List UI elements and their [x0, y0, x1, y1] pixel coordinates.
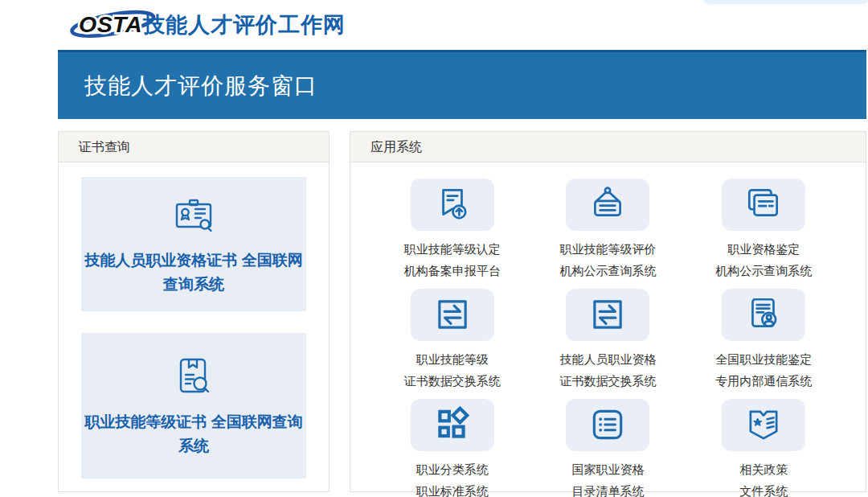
banner-title: 技能人才评价服务窗口: [58, 71, 317, 101]
hanging-sign-icon: [566, 179, 649, 231]
service-banner: 技能人才评价服务窗口: [58, 50, 866, 119]
osta-logo-text: OSTA: [79, 11, 142, 37]
data-exchange-icon: [411, 289, 494, 341]
bookmark-upload-icon: [411, 179, 494, 231]
app-item-national-qualification-catalog[interactable]: 国家职业资格 目录清单系统: [530, 392, 686, 497]
label-line1: 职业技能等级认定: [404, 238, 501, 261]
id-card-search-icon: [171, 192, 216, 237]
label-line2: 职业标准系统: [416, 480, 489, 497]
app-item-label: 全国职业技能鉴定 专用内部通信系统: [715, 348, 812, 393]
card-label-line1: 技能人员职业资格证书: [84, 252, 237, 269]
app-item-skill-level-accreditation-filing[interactable]: 职业技能等级认定 机构备案申报平台: [375, 172, 530, 282]
card-skill-level-cert-query[interactable]: 职业技能等级证书 全国联网查询系统: [81, 333, 306, 479]
list-icon: [566, 399, 649, 451]
card-label-line1: 职业技能等级证书: [84, 413, 207, 430]
data-exchange-icon: [566, 289, 649, 341]
app-systems-grid: 职业技能等级认定 机构备案申报平台 职业技能等级评价: [350, 162, 866, 497]
label-line1: 职业分类系统: [416, 458, 489, 481]
label-line1: 职业技能等级: [404, 348, 501, 371]
app-item-label: 国家职业资格 目录清单系统: [571, 458, 644, 497]
cert-query-header: 证书查询: [59, 132, 329, 162]
app-item-label: 职业技能等级 证书数据交换系统: [404, 348, 501, 393]
label-line2: 文件系统: [739, 480, 788, 497]
app-item-label: 职业技能等级认定 机构备案申报平台: [404, 238, 501, 283]
app-item-qualification-cert-data-exchange[interactable]: 技能人员职业资格 证书数据交换系统: [530, 282, 686, 392]
label-line2: 目录清单系统: [571, 480, 644, 497]
label-line1: 职业资格鉴定: [715, 238, 812, 261]
partial-search-bar[interactable]: [703, 0, 868, 4]
certificate-search-icon: [171, 354, 216, 399]
app-item-occupation-classification-standards[interactable]: 职业分类系统 职业标准系统: [375, 392, 530, 497]
label-line1: 全国职业技能鉴定: [715, 348, 812, 371]
label-line1: 相关政策: [739, 458, 788, 481]
stacked-cards-icon: [722, 179, 805, 231]
card-vocational-qualification-cert-query[interactable]: 技能人员职业资格证书 全国联网查询系统: [81, 177, 306, 311]
app-item-qualification-appraisal-publicity[interactable]: 职业资格鉴定 机构公示查询系统: [686, 172, 841, 282]
app-systems-header: 应用系统: [350, 132, 866, 162]
label-line2: 专用内部通信系统: [715, 370, 812, 392]
label-line2: 机构备案申报平台: [404, 260, 501, 282]
card-label: 职业技能等级证书 全国联网查询系统: [81, 410, 306, 458]
label-line2: 机构公示查询系统: [715, 260, 812, 282]
app-item-skill-level-evaluation-publicity[interactable]: 职业技能等级评价 机构公示查询系统: [530, 172, 686, 282]
label-line1: 技能人员职业资格: [559, 348, 656, 371]
app-item-policy-documents[interactable]: 相关政策 文件系统: [686, 392, 841, 497]
document-user-icon: [722, 289, 805, 341]
app-item-internal-communication[interactable]: 全国职业技能鉴定 专用内部通信系统: [686, 282, 841, 392]
site-title: 技能人才评价工作网: [143, 10, 346, 39]
category-grid-icon: [411, 399, 494, 451]
card-label: 技能人员职业资格证书 全国联网查询系统: [81, 249, 306, 296]
app-item-skill-level-cert-data-exchange[interactable]: 职业技能等级 证书数据交换系统: [375, 282, 530, 392]
app-systems-panel: 应用系统 职业技能等级认定 机构备案申报平台: [350, 131, 866, 492]
cert-query-panel: 证书查询 技能: [58, 131, 330, 492]
label-line1: 职业技能等级评价: [559, 238, 656, 261]
label-line2: 证书数据交换系统: [559, 370, 656, 392]
label-line2: 机构公示查询系统: [559, 260, 656, 282]
policy-book-icon: [722, 399, 805, 451]
topbar: OSTA 技能人才评价工作网: [0, 0, 868, 50]
page: OSTA 技能人才评价工作网 技能人才评价服务窗口 证书查询: [0, 0, 868, 497]
main-content: 证书查询 技能: [58, 131, 866, 492]
app-item-label: 职业技能等级评价 机构公示查询系统: [559, 238, 656, 283]
label-line1: 国家职业资格: [571, 458, 644, 481]
app-item-label: 职业分类系统 职业标准系统: [416, 458, 489, 497]
label-line2: 证书数据交换系统: [404, 370, 501, 392]
app-item-label: 相关政策 文件系统: [739, 458, 788, 497]
app-item-label: 技能人员职业资格 证书数据交换系统: [559, 348, 656, 393]
cert-query-cards: 技能人员职业资格证书 全国联网查询系统: [59, 162, 329, 479]
app-item-label: 职业资格鉴定 机构公示查询系统: [715, 238, 812, 283]
